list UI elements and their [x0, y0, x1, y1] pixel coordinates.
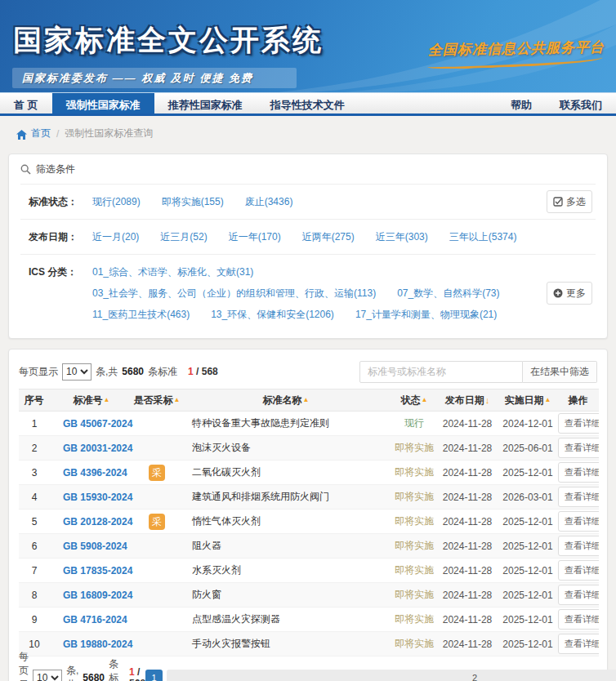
- cell-status: 即将实施: [391, 559, 437, 583]
- filter-option-link[interactable]: 即将实施(155): [162, 194, 224, 210]
- filter-option-link[interactable]: 近三月(52): [160, 229, 207, 245]
- filter-option-link[interactable]: 01_综合、术语学、标准化、文献(31): [92, 264, 253, 280]
- filter-title: 筛选条件: [36, 162, 75, 176]
- standard-code-link[interactable]: GB 4396-2024: [63, 467, 127, 478]
- cell-action: 查看详细: [558, 583, 599, 608]
- filter-option-link[interactable]: 现行(2089): [92, 194, 141, 210]
- table-column-header[interactable]: 标准名称▲: [181, 389, 391, 412]
- view-detail-button[interactable]: 查看详细: [558, 511, 599, 532]
- standard-code-link[interactable]: GB 4716-2024: [63, 614, 127, 625]
- cell-status: 现行: [391, 412, 437, 436]
- filter-option-link[interactable]: 废止(3436): [245, 194, 293, 210]
- standard-code-link[interactable]: GB 20031-2024: [63, 443, 132, 454]
- nav-item[interactable]: 强制性国家标准: [52, 93, 154, 114]
- table-body: 1 GB 45067-2024 特种设备重大事故隐患判定准则 现行 2024-1…: [19, 412, 599, 657]
- view-detail-button[interactable]: 查看详细: [558, 487, 599, 507]
- more-button[interactable]: 更多: [547, 282, 592, 305]
- cell-standard-name: 防火窗: [181, 583, 391, 608]
- per-page-control-bottom: 每页显示 10 条,共 5680 条标准 1 / 568: [19, 650, 145, 681]
- view-detail-button[interactable]: 查看详细: [558, 609, 599, 630]
- cell-publish-date: 2024-11-28: [437, 485, 498, 510]
- filter-in-results-button[interactable]: 在结果中筛选: [523, 361, 597, 383]
- status-badge: 即将实施: [395, 442, 434, 453]
- filter-option-link[interactable]: 13_环保、保健和安全(1206): [211, 306, 334, 323]
- cell-publish-date: 2024-11-28: [437, 559, 498, 583]
- table-column-header[interactable]: 标准号▲: [50, 389, 133, 412]
- status-badge: 即将实施: [395, 638, 434, 649]
- cell-standard-name: 点型感温火灾探测器: [181, 608, 391, 632]
- view-detail-button[interactable]: 查看详细: [558, 585, 599, 605]
- filter-option-link[interactable]: 三年以上(5374): [449, 229, 517, 245]
- cell-implement-date: 2025-06-01: [498, 436, 558, 461]
- cell-standard-name: 阻火器: [181, 534, 391, 559]
- nav-item-right[interactable]: 帮助: [497, 93, 546, 114]
- standard-code-link[interactable]: GB 19880-2024: [63, 639, 132, 650]
- filter-option-link[interactable]: 03_社会学、服务、公司（企业）的组织和管理、行政、运输(113): [92, 285, 376, 301]
- table-row: 3 GB 4396-2024 采 二氧化碳灭火剂 即将实施 2024-11-28…: [19, 461, 599, 485]
- filter-option-link[interactable]: 近一月(20): [92, 229, 139, 245]
- cell-standard-name: 特种设备重大事故隐患判定准则: [181, 412, 391, 436]
- cell-index: 1: [19, 412, 50, 436]
- nav-spacer: [359, 93, 497, 114]
- column-label: 状态: [401, 394, 421, 406]
- filter-row-status: 标准状态： 现行(2089)即将实施(155)废止(3436) 多选: [20, 184, 596, 219]
- nav-item-right[interactable]: 联系我们: [546, 93, 616, 114]
- cell-publish-date: 2024-11-28: [437, 436, 498, 461]
- pagination-button[interactable]: 2: [167, 670, 616, 681]
- table-row: 7 GB 17835-2024 水系灭火剂 即将实施 2024-11-28 20…: [19, 559, 599, 583]
- current-page-number: 1: [188, 366, 194, 377]
- pagination-button[interactable]: 1: [145, 670, 163, 681]
- table-column-header[interactable]: 发布日期↓: [437, 389, 498, 412]
- more-label: 更多: [566, 285, 586, 301]
- cell-implement-date: 2025-12-01: [498, 583, 558, 608]
- filter-option-link[interactable]: 07_数学、自然科学(73): [397, 285, 499, 301]
- page-size-select-bottom[interactable]: 10: [33, 670, 62, 681]
- standard-code-link[interactable]: GB 5908-2024: [63, 541, 127, 552]
- view-detail-button[interactable]: 查看详细: [558, 413, 599, 434]
- multi-select-button[interactable]: 多选: [547, 190, 592, 213]
- view-detail-button[interactable]: 查看详细: [558, 536, 599, 556]
- filter-magnifier-icon: [20, 164, 31, 175]
- table-column-header[interactable]: 序号: [19, 389, 50, 412]
- cell-index: 6: [19, 534, 50, 559]
- nav-item[interactable]: 首 页: [0, 93, 52, 114]
- checkbox-check-icon: [553, 197, 563, 207]
- view-detail-button[interactable]: 查看详细: [558, 462, 599, 483]
- table-column-header[interactable]: 实施日期▲: [498, 389, 558, 412]
- standard-code-link[interactable]: GB 17835-2024: [63, 565, 132, 576]
- view-detail-button[interactable]: 查看详细: [558, 560, 599, 581]
- per-page-prefix: 每页显示: [19, 365, 58, 379]
- sort-arrow-icon: ▲: [174, 396, 181, 403]
- nav-right-group: 帮助 联系我们: [497, 93, 616, 114]
- filter-option-link[interactable]: 近一年(170): [229, 229, 281, 245]
- nav-item[interactable]: 指导性技术文件: [257, 93, 359, 114]
- cell-code: GB 4716-2024: [50, 608, 133, 632]
- standard-code-link[interactable]: GB 16809-2024: [63, 590, 132, 601]
- standard-code-link[interactable]: GB 15930-2024: [63, 492, 132, 503]
- breadcrumb-home-link[interactable]: 首页: [31, 127, 51, 140]
- page-size-select[interactable]: 10: [62, 363, 92, 381]
- nav-item[interactable]: 推荐性国家标准: [154, 93, 257, 114]
- table-column-header[interactable]: 状态▲: [391, 389, 437, 412]
- standard-code-link[interactable]: GB 45067-2024: [63, 418, 132, 430]
- cell-standard-name: 建筑通风和排烟系统用防火阀门: [181, 485, 391, 510]
- filter-option-link[interactable]: 近三年(303): [376, 229, 428, 245]
- table-column-header[interactable]: 操作: [558, 389, 599, 412]
- total-count: 5680: [83, 672, 105, 681]
- table-column-header[interactable]: 是否采标▲: [133, 389, 181, 412]
- cell-adopted: [133, 485, 181, 510]
- status-badge: 即将实施: [395, 515, 434, 527]
- filter-option-link[interactable]: 11_医药卫生技术(463): [92, 306, 190, 323]
- view-detail-button[interactable]: 查看详细: [558, 438, 599, 458]
- filter-option-link[interactable]: 17_计量学和测量、物理现象(21): [355, 306, 497, 323]
- standard-code-link[interactable]: GB 20128-2024: [63, 516, 132, 527]
- table-row: 2 GB 20031-2024 泡沫灭火设备 即将实施 2024-11-28 2…: [19, 436, 599, 461]
- filter-status-options: 现行(2089)即将实施(155)废止(3436): [92, 194, 292, 210]
- view-detail-button[interactable]: 查看详细: [558, 634, 599, 654]
- result-search-input[interactable]: [359, 361, 523, 383]
- cell-index: 2: [19, 436, 50, 461]
- status-badge: 即将实施: [395, 466, 434, 478]
- filter-option-link[interactable]: 近两年(275): [302, 229, 355, 245]
- cell-action: 查看详细: [558, 608, 599, 632]
- per-page-control: 每页显示 10 条,共 5680 条标准 1 / 568: [19, 363, 218, 381]
